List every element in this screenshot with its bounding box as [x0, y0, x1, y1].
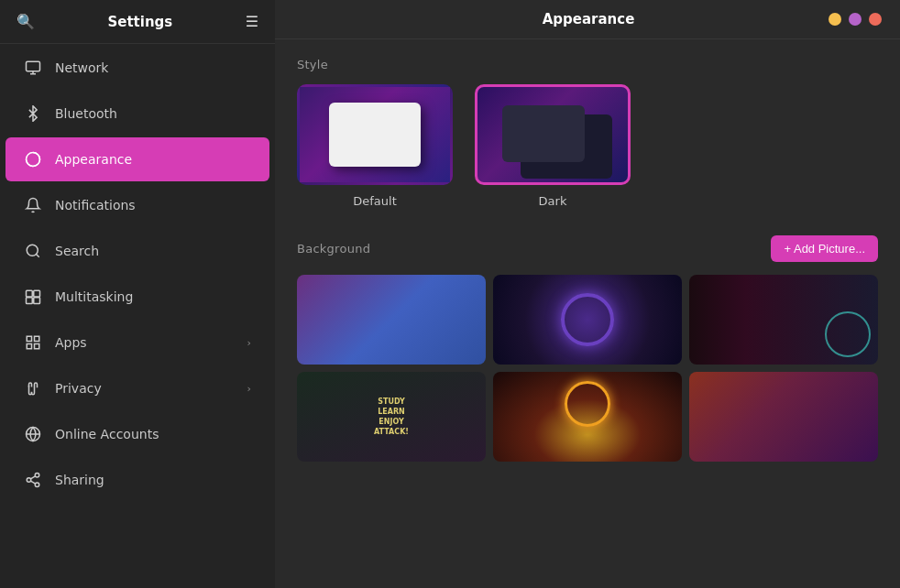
bg-study-text: STUDYLEARNENJOYATTACK!	[374, 397, 409, 438]
sidebar-item-bluetooth-label: Bluetooth	[55, 106, 251, 121]
bg-thumb-3[interactable]	[689, 275, 878, 365]
search-icon[interactable]: 🔍	[16, 13, 35, 30]
sidebar-item-appearance[interactable]: Appearance	[5, 137, 269, 181]
apps-chevron-icon: ›	[247, 337, 251, 349]
svg-line-19	[30, 481, 35, 484]
bg-thumb-5[interactable]	[493, 372, 682, 462]
notifications-icon	[24, 196, 42, 214]
style-thumb-dark	[475, 84, 631, 185]
svg-rect-12	[27, 344, 31, 349]
svg-point-17	[27, 478, 31, 483]
sidebar-header: 🔍 Settings ☰	[0, 0, 275, 44]
sidebar-item-online-accounts-label: Online Accounts	[55, 427, 251, 441]
sidebar-item-appearance-label: Appearance	[55, 152, 251, 167]
sidebar-item-privacy-label: Privacy	[55, 381, 235, 396]
bg-thumb-4[interactable]: STUDYLEARNENJOYATTACK!	[297, 372, 486, 462]
sidebar-item-network[interactable]: Network	[5, 46, 269, 90]
svg-rect-0	[27, 61, 40, 71]
sidebar: 🔍 Settings ☰ NetworkBluetoothAppearanceN…	[0, 0, 275, 588]
style-grid: Default Dark	[297, 84, 878, 208]
menu-icon[interactable]: ☰	[246, 13, 258, 30]
main-panel: Appearance Style Default	[275, 0, 900, 588]
svg-rect-10	[27, 336, 31, 341]
appearance-icon	[24, 150, 42, 169]
main-content: Style Default Dark Background	[275, 39, 900, 588]
minimize-button[interactable]	[829, 13, 841, 26]
sidebar-item-multitasking[interactable]: Multitasking	[5, 275, 269, 319]
main-title: Appearance	[348, 11, 829, 27]
sidebar-title: Settings	[107, 14, 172, 30]
close-button[interactable]	[869, 13, 882, 26]
svg-rect-6	[27, 290, 33, 297]
sidebar-item-multitasking-label: Multitasking	[55, 289, 251, 304]
default-window-preview	[329, 103, 421, 167]
sidebar-item-sharing-label: Sharing	[55, 473, 251, 487]
sidebar-item-apps[interactable]: Apps›	[5, 321, 269, 365]
background-header: Background + Add Picture...	[297, 235, 878, 262]
sidebar-nav: NetworkBluetoothAppearanceNotificationsS…	[0, 44, 275, 588]
dark-window-front	[502, 105, 585, 162]
sidebar-item-notifications[interactable]: Notifications	[5, 183, 269, 227]
svg-line-20	[30, 476, 35, 479]
window-controls	[829, 13, 882, 26]
svg-rect-13	[35, 344, 39, 349]
background-grid: STUDYLEARNENJOYATTACK!	[297, 275, 878, 462]
maximize-button[interactable]	[849, 13, 862, 26]
sidebar-item-search[interactable]: Search	[5, 229, 269, 273]
style-option-dark[interactable]: Dark	[475, 84, 631, 208]
online-accounts-icon	[24, 425, 42, 443]
sidebar-item-apps-label: Apps	[55, 335, 235, 350]
privacy-icon	[24, 379, 42, 397]
sidebar-item-search-label: Search	[55, 244, 251, 258]
style-option-default[interactable]: Default	[297, 84, 453, 208]
svg-point-18	[35, 483, 39, 487]
bg-thumb-1[interactable]	[297, 275, 486, 365]
privacy-chevron-icon: ›	[247, 383, 251, 395]
sharing-icon	[24, 471, 42, 489]
search-icon	[24, 242, 42, 260]
svg-rect-8	[27, 298, 33, 304]
svg-rect-7	[34, 290, 40, 297]
sidebar-item-notifications-label: Notifications	[55, 198, 251, 212]
style-dark-label: Dark	[539, 194, 567, 208]
sidebar-item-online-accounts[interactable]: Online Accounts	[5, 412, 269, 456]
style-default-label: Default	[353, 194, 397, 208]
svg-rect-11	[35, 336, 39, 341]
multitasking-icon	[24, 288, 42, 306]
svg-rect-9	[34, 298, 40, 304]
sidebar-item-network-label: Network	[55, 60, 251, 75]
add-picture-button[interactable]: + Add Picture...	[771, 235, 878, 262]
sidebar-item-bluetooth[interactable]: Bluetooth	[5, 92, 269, 136]
background-section-label: Background	[297, 242, 370, 256]
svg-point-4	[27, 245, 38, 256]
main-header: Appearance	[275, 0, 900, 39]
bg-thumb-6[interactable]	[689, 372, 878, 462]
style-section-label: Style	[297, 58, 878, 71]
network-icon	[24, 59, 42, 77]
svg-point-16	[35, 474, 39, 478]
style-thumb-default	[297, 84, 453, 185]
bg-thumb-2[interactable]	[493, 275, 682, 365]
bluetooth-icon	[24, 104, 42, 123]
sidebar-item-sharing[interactable]: Sharing	[5, 458, 269, 502]
apps-icon	[24, 333, 42, 352]
sidebar-item-privacy[interactable]: Privacy›	[5, 366, 269, 410]
svg-line-5	[36, 254, 38, 256]
